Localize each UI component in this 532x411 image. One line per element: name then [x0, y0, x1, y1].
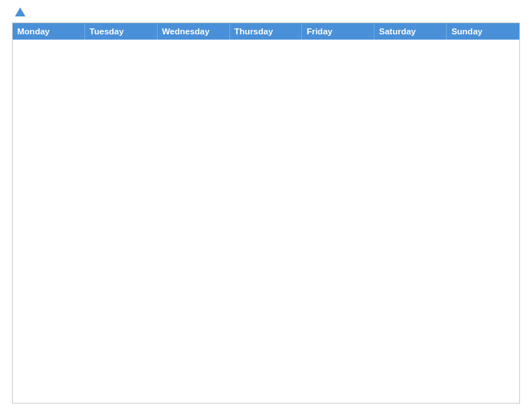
weeks-container	[13, 40, 519, 403]
day-header-sunday: Sunday	[447, 23, 519, 40]
day-header-tuesday: Tuesday	[85, 23, 158, 40]
logo-triangle-icon	[15, 7, 25, 16]
logo	[12, 7, 25, 16]
day-header-monday: Monday	[13, 23, 85, 40]
day-header-thursday: Thursday	[230, 23, 303, 40]
header	[12, 7, 520, 16]
days-header: MondayTuesdayWednesdayThursdayFridaySatu…	[13, 23, 519, 40]
day-header-wednesday: Wednesday	[158, 23, 230, 40]
day-header-saturday: Saturday	[374, 23, 447, 40]
calendar-page: MondayTuesdayWednesdayThursdayFridaySatu…	[0, 0, 532, 411]
calendar-grid: MondayTuesdayWednesdayThursdayFridaySatu…	[12, 22, 520, 404]
logo-blue-text	[12, 7, 25, 16]
day-header-friday: Friday	[302, 23, 374, 40]
